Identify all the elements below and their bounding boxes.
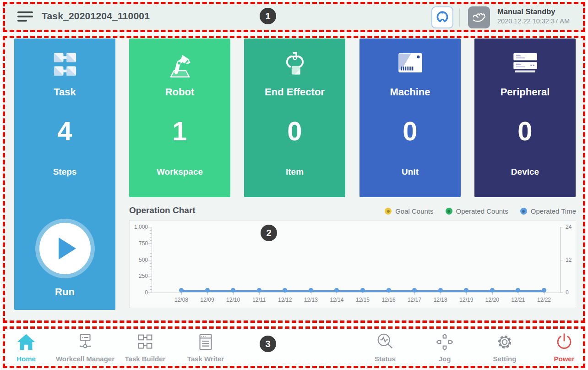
machine-card[interactable]: Machine 0 Unit [359,39,461,197]
chart-plot-area: 1,00075050025002412012/0812/0912/1012/11… [130,221,576,308]
machine-panel-icon [395,50,425,77]
card-unit: Device [474,167,576,177]
manual-hand-icon[interactable] [468,6,490,28]
task-card[interactable]: Task 4 Steps Run [14,39,115,310]
legend-operated-counts: Operated Counts [446,207,508,215]
main-region: Task 4 Steps Run [3,36,585,323]
nav-label: Power [554,355,574,363]
chart-legend: Goal Counts Operated Counts Operated Tim… [129,207,576,215]
task-builder-icon [135,331,156,353]
menu-icon[interactable] [17,11,33,23]
status-icon [375,331,396,353]
power-icon [554,331,575,353]
end-effector-card[interactable]: End Effector 0 Item [244,39,345,197]
peripheral-server-icon [510,50,540,77]
home-icon [16,331,37,353]
legend-label: Operated Time [531,207,576,215]
menu-bar [17,11,33,13]
play-icon [59,237,76,260]
run-label: Run [14,286,115,298]
bottom-nav-region: Home Workcell Manager [3,326,585,368]
annotation-badge-2: 2 [261,225,277,241]
workcell-manager-icon [75,331,96,353]
legend-dot-blue [520,208,527,215]
nav-label: Task Builder [125,355,166,363]
nav-label: Setting [493,355,517,363]
task-title: Task_20201204_110001 [42,11,150,22]
run-button[interactable] [39,223,91,274]
card-unit: Workspace [129,167,230,177]
card-unit: Unit [359,167,461,177]
card-count: 0 [244,116,345,146]
card-title: Machine [359,86,461,98]
operation-chart: 1,00075050025002412012/0812/0912/1012/11… [129,220,576,308]
status-datetime: 2020.12.22 10:32:37 AM [497,17,570,25]
task-writer-icon [195,331,216,353]
annotation-badge-1: 1 [260,8,276,24]
card-unit: Item [244,167,345,177]
nav-label: Status [375,355,396,363]
hand-glyph [471,10,487,25]
card-title: Task [14,86,115,98]
robot-card[interactable]: Robot 1 Workspace [129,39,230,197]
setting-icon [494,331,515,353]
card-count: 0 [359,116,461,146]
legend-dot-yellow [385,208,392,215]
menu-bar [17,20,27,22]
nav-label: Home [16,355,36,363]
nav-label: Workcell Manager [56,355,114,363]
app-root: 1 2 3 Task_20201204_110001 [0,0,588,370]
nav-item-power[interactable]: Power [525,331,588,363]
menu-bar [17,16,33,17]
robot-status: Manual Standby 2020.12.22 10:32:37 AM [497,7,570,25]
card-count: 1 [129,116,230,146]
card-unit: Steps [14,167,115,177]
peripheral-card[interactable]: Peripheral 0 Device [474,39,576,197]
card-count: 4 [14,116,115,146]
nav-label: Jog [439,355,451,363]
jog-icon [434,331,455,353]
status-mode: Manual Standby [497,7,570,16]
legend-operated-time: Operated Time [520,207,576,215]
card-count: 0 [474,116,576,146]
gripper-icon [435,10,450,25]
divider [459,8,460,27]
topbar-region: Task_20201204_110001 [3,2,585,32]
task-blocks-icon [51,50,79,81]
legend-goal-counts: Goal Counts [385,207,433,215]
nav-label: Task Writer [187,355,224,363]
card-title: Robot [129,86,230,98]
nav-item-task-writer[interactable]: Task Writer [167,331,245,363]
annotation-badge-3: 3 [260,336,276,352]
card-title: Peripheral [474,86,576,98]
card-title: End Effector [244,86,345,98]
legend-dot-green [446,208,452,215]
legend-label: Operated Counts [456,207,508,215]
legend-label: Goal Counts [395,207,433,215]
gripper-button[interactable] [431,6,453,28]
robot-arm-icon [165,50,195,83]
end-effector-gripper-icon [280,50,310,82]
